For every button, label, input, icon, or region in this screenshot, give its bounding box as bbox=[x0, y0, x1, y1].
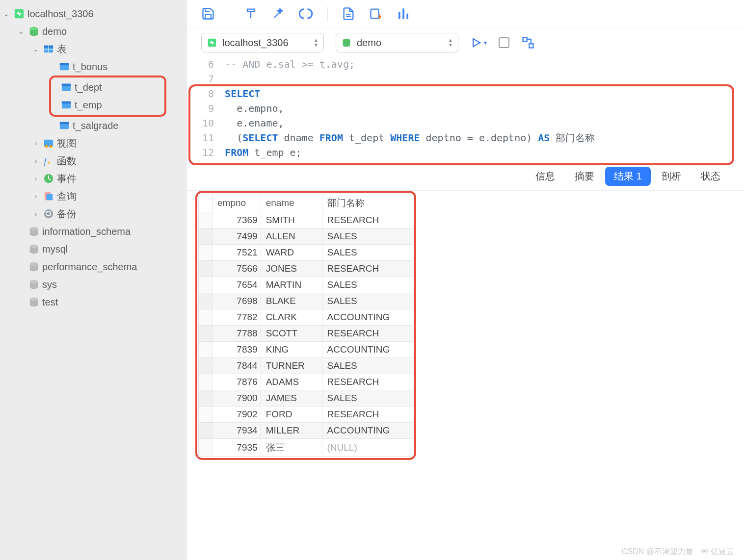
row-handle[interactable] bbox=[199, 423, 213, 439]
cell-ename[interactable]: BLAKE bbox=[261, 293, 322, 309]
cell-empno[interactable]: 7788 bbox=[213, 326, 261, 342]
table-row[interactable]: 7935张三(NULL) bbox=[199, 439, 413, 457]
tree-database[interactable]: ⌄ demo bbox=[0, 23, 186, 40]
table-row[interactable]: 7900JAMESSALES bbox=[199, 390, 413, 407]
cell-dept[interactable]: ACCOUNTING bbox=[322, 342, 413, 358]
tree-database-information_schema[interactable]: information_schema bbox=[0, 223, 186, 240]
format-icon[interactable] bbox=[244, 7, 259, 22]
brackets-icon[interactable] bbox=[299, 7, 314, 22]
table-row[interactable]: 7876ADAMSRESEARCH bbox=[199, 374, 413, 390]
tree-folder-views[interactable]: › 视图 bbox=[0, 134, 186, 152]
cell-dept[interactable]: (NULL) bbox=[322, 439, 413, 457]
tree-table-tbonus[interactable]: t_bonus bbox=[0, 58, 186, 76]
col-header[interactable]: ename bbox=[261, 194, 322, 212]
export-icon[interactable] bbox=[369, 7, 384, 22]
table-row[interactable]: 7844TURNERSALES bbox=[199, 358, 413, 374]
result-table[interactable]: empno ename 部门名称 7369SMITHRESEARCH7499AL… bbox=[198, 194, 413, 457]
cell-ename[interactable]: SCOTT bbox=[261, 326, 322, 342]
row-handle[interactable] bbox=[199, 326, 213, 342]
tab-info[interactable]: 信息 bbox=[527, 167, 564, 186]
cell-dept[interactable]: SALES bbox=[322, 229, 413, 245]
row-handle[interactable] bbox=[199, 439, 213, 457]
cell-ename[interactable]: JONES bbox=[261, 261, 322, 277]
row-handle[interactable] bbox=[199, 229, 213, 245]
tree-database-performance_schema[interactable]: performance_schema bbox=[0, 258, 186, 276]
cell-ename[interactable]: WARD bbox=[261, 245, 322, 261]
cell-ename[interactable]: ALLEN bbox=[261, 229, 322, 245]
table-row[interactable]: 7654MARTINSALES bbox=[199, 277, 413, 293]
table-row[interactable]: 7369SMITHRESEARCH bbox=[199, 212, 413, 229]
cell-dept[interactable]: SALES bbox=[322, 293, 413, 309]
cell-empno[interactable]: 7900 bbox=[213, 390, 261, 407]
tab-result[interactable]: 结果 1 bbox=[605, 167, 651, 186]
cell-ename[interactable]: CLARK bbox=[261, 309, 322, 326]
cell-ename[interactable]: JAMES bbox=[261, 390, 322, 407]
row-handle[interactable] bbox=[199, 277, 213, 293]
tab-analyze[interactable]: 剖析 bbox=[653, 167, 690, 186]
cell-dept[interactable]: RESEARCH bbox=[322, 261, 413, 277]
document-icon[interactable] bbox=[342, 7, 356, 22]
stop-button[interactable] bbox=[499, 37, 509, 48]
save-icon[interactable] bbox=[201, 7, 216, 22]
cell-empno[interactable]: 7698 bbox=[213, 293, 261, 309]
connection-selector[interactable]: localhost_3306 ▲▼ bbox=[201, 33, 324, 52]
tree-table-tdept[interactable]: t_dept bbox=[51, 78, 164, 96]
tree-connection[interactable]: ⌄ localhost_3306 bbox=[0, 5, 186, 23]
tree-folder-tables[interactable]: ⌄ 表 bbox=[0, 40, 186, 58]
table-row[interactable]: 7788SCOTTRESEARCH bbox=[199, 326, 413, 342]
table-row[interactable]: 7782CLARKACCOUNTING bbox=[199, 309, 413, 326]
cell-dept[interactable]: RESEARCH bbox=[322, 374, 413, 390]
row-handle[interactable] bbox=[199, 374, 213, 390]
row-handle[interactable] bbox=[199, 212, 213, 229]
tree-folder-backups[interactable]: › 备份 bbox=[0, 205, 186, 223]
col-header[interactable]: empno bbox=[213, 194, 261, 212]
row-handle[interactable] bbox=[199, 390, 213, 407]
cell-dept[interactable]: RESEARCH bbox=[322, 407, 413, 423]
cell-dept[interactable]: RESEARCH bbox=[322, 326, 413, 342]
tree-database-mysql[interactable]: mysql bbox=[0, 240, 186, 258]
row-handle[interactable] bbox=[199, 293, 213, 309]
cell-empno[interactable]: 7499 bbox=[213, 229, 261, 245]
row-handle[interactable] bbox=[199, 358, 213, 374]
cell-ename[interactable]: SMITH bbox=[261, 212, 322, 229]
table-row[interactable]: 7839KINGACCOUNTING bbox=[199, 342, 413, 358]
row-handle[interactable] bbox=[199, 342, 213, 358]
cell-empno[interactable]: 7902 bbox=[213, 407, 261, 423]
cell-dept[interactable]: ACCOUNTING bbox=[322, 423, 413, 439]
tab-summary[interactable]: 摘要 bbox=[566, 167, 603, 186]
tree-database-sys[interactable]: sys bbox=[0, 276, 186, 293]
cell-ename[interactable]: 张三 bbox=[261, 439, 322, 457]
sql-editor[interactable]: 6789101112 -- AND e.sal >= t.avg; SELECT… bbox=[186, 57, 744, 160]
cell-dept[interactable]: SALES bbox=[322, 245, 413, 261]
cell-empno[interactable]: 7935 bbox=[213, 439, 261, 457]
col-header[interactable]: 部门名称 bbox=[322, 194, 413, 212]
table-row[interactable]: 7698BLAKESALES bbox=[199, 293, 413, 309]
run-button[interactable]: ▾ bbox=[470, 37, 487, 49]
cell-empno[interactable]: 7521 bbox=[213, 245, 261, 261]
cell-dept[interactable]: SALES bbox=[322, 277, 413, 293]
beautify-icon[interactable] bbox=[271, 7, 286, 22]
tree-table-temp[interactable]: t_emp bbox=[51, 96, 164, 114]
table-row[interactable]: 7934MILLERACCOUNTING bbox=[199, 423, 413, 439]
row-handle[interactable] bbox=[199, 407, 213, 423]
cell-ename[interactable]: MILLER bbox=[261, 423, 322, 439]
row-handle[interactable] bbox=[199, 245, 213, 261]
explain-icon[interactable] bbox=[521, 36, 535, 50]
row-handle[interactable] bbox=[199, 261, 213, 277]
tree-database-test[interactable]: test bbox=[0, 293, 186, 311]
cell-ename[interactable]: ADAMS bbox=[261, 374, 322, 390]
cell-empno[interactable]: 7782 bbox=[213, 309, 261, 326]
tab-status[interactable]: 状态 bbox=[692, 167, 729, 186]
cell-dept[interactable]: SALES bbox=[322, 358, 413, 374]
code-lines[interactable]: -- AND e.sal >= t.avg; SELECT e.empno, e… bbox=[225, 57, 735, 160]
cell-dept[interactable]: RESEARCH bbox=[322, 212, 413, 229]
cell-empno[interactable]: 7654 bbox=[213, 277, 261, 293]
cell-ename[interactable]: MARTIN bbox=[261, 277, 322, 293]
cell-dept[interactable]: ACCOUNTING bbox=[322, 309, 413, 326]
cell-empno[interactable]: 7369 bbox=[213, 212, 261, 229]
cell-ename[interactable]: KING bbox=[261, 342, 322, 358]
tree-table-tsalgrade[interactable]: t_salgrade bbox=[0, 117, 186, 134]
table-row[interactable]: 7499ALLENSALES bbox=[199, 229, 413, 245]
cell-empno[interactable]: 7566 bbox=[213, 261, 261, 277]
database-selector[interactable]: demo ▲▼ bbox=[336, 33, 458, 52]
